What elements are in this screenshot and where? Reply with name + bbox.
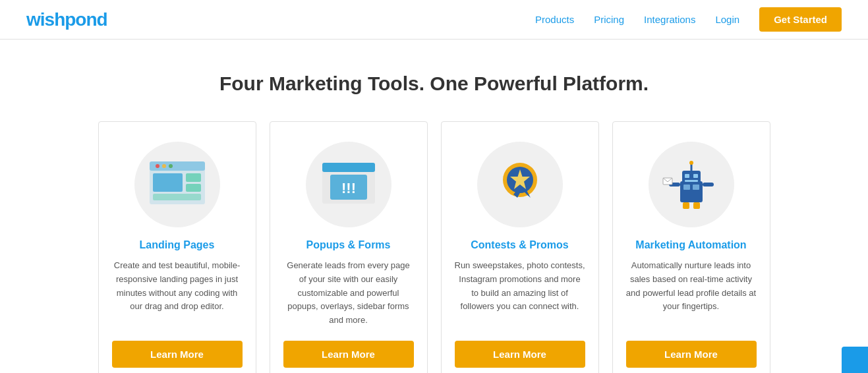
- svg-rect-7: [186, 184, 201, 192]
- card-landing-pages-title: Landing Pages: [140, 239, 215, 251]
- svg-point-2: [156, 164, 159, 168]
- svg-rect-29: [693, 202, 700, 209]
- header: wishpond Products Pricing Integrations L…: [0, 0, 868, 40]
- card-marketing-automation-desc: Automatically nurture leads into sales b…: [626, 259, 757, 328]
- contests-promos-icon-circle: [477, 142, 563, 227]
- card-marketing-automation-title: Marketing Automation: [635, 239, 746, 251]
- svg-point-21: [689, 161, 693, 165]
- card-popups-forms-title: Popups & Forms: [306, 239, 390, 251]
- svg-rect-30: [683, 185, 690, 190]
- svg-rect-23: [693, 174, 698, 178]
- popups-forms-icon: !!!: [316, 155, 382, 214]
- marketing-automation-icon-circle: [649, 142, 734, 227]
- marketing-automation-icon: [658, 155, 724, 214]
- card-popups-forms-desc: Generate leads from every page of your s…: [283, 259, 414, 328]
- landing-pages-icon: [144, 155, 210, 214]
- svg-text:!!!: !!!: [341, 180, 356, 196]
- card-contests-promos-title: Contests & Promos: [471, 239, 568, 251]
- nav-pricing[interactable]: Pricing: [594, 14, 624, 25]
- popups-forms-icon-circle: !!!: [306, 142, 391, 227]
- svg-point-4: [169, 164, 173, 168]
- svg-rect-8: [153, 194, 201, 200]
- nav-login[interactable]: Login: [715, 14, 739, 25]
- svg-rect-6: [186, 173, 201, 182]
- svg-rect-28: [683, 202, 689, 209]
- main-content: Four Marketing Tools. One Powerful Platf…: [0, 40, 868, 373]
- card-contests-promos-desc: Run sweepstakes, photo contests, Instagr…: [455, 259, 585, 328]
- landing-pages-icon-circle: [134, 142, 220, 227]
- nav: Products Pricing Integrations Login Get …: [535, 7, 842, 32]
- get-started-button[interactable]: Get Started: [759, 7, 842, 32]
- svg-rect-24: [685, 180, 698, 182]
- svg-rect-26: [703, 183, 714, 186]
- card-popups-forms: !!! Popups & Forms Generate leads from e…: [270, 121, 428, 373]
- card-landing-pages-desc: Create and test beautiful, mobile-respon…: [112, 259, 243, 328]
- logo[interactable]: wishpond: [26, 9, 107, 30]
- card-landing-pages: Landing Pages Create and test beautiful,…: [98, 121, 256, 373]
- nav-integrations[interactable]: Integrations: [644, 14, 695, 25]
- cards-container: Landing Pages Create and test beautiful,…: [26, 121, 842, 373]
- card-marketing-automation: Marketing Automation Automatically nurtu…: [612, 121, 770, 373]
- svg-rect-31: [693, 185, 699, 190]
- learn-more-contests-promos[interactable]: Learn More: [455, 341, 585, 368]
- svg-point-3: [162, 164, 166, 168]
- bottom-corner-accent: [842, 347, 868, 373]
- contests-promos-icon: [487, 155, 553, 214]
- svg-rect-18: [680, 181, 703, 202]
- learn-more-popups-forms[interactable]: Learn More: [283, 341, 414, 368]
- svg-rect-5: [153, 173, 183, 192]
- card-contests-promos: Contests & Promos Run sweepstakes, photo…: [441, 121, 599, 373]
- svg-rect-10: [322, 163, 375, 172]
- learn-more-landing-pages[interactable]: Learn More: [112, 341, 243, 368]
- learn-more-marketing-automation[interactable]: Learn More: [626, 341, 757, 368]
- svg-rect-22: [685, 174, 689, 178]
- nav-products[interactable]: Products: [535, 14, 574, 25]
- section-title: Four Marketing Tools. One Powerful Platf…: [26, 72, 842, 95]
